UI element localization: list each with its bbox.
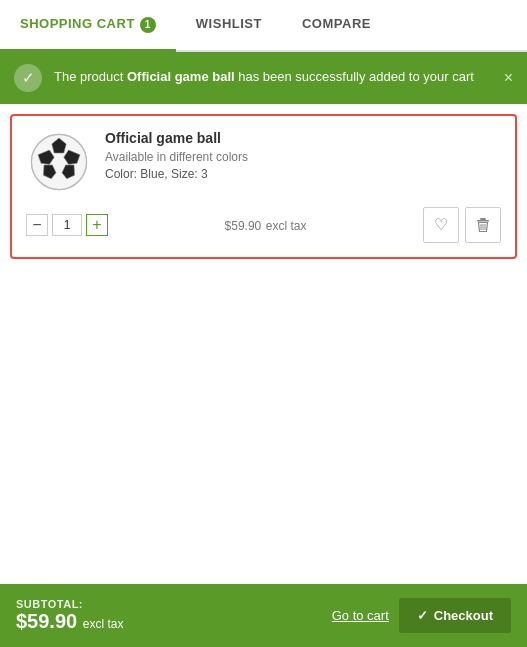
success-banner: ✓ The product Official game ball has bee… [0,52,527,104]
cart-item-bottom: − + $59.90 excl tax ♡ [26,207,501,243]
item-details: Official game ball Available in differen… [105,130,501,181]
checkout-checkmark-icon: ✓ [417,608,428,623]
subtotal-section: SUBTOTAL: $59.90 excl tax [16,598,123,633]
remove-item-button[interactable] [465,207,501,243]
cart-content: Official game ball Available in differen… [0,104,527,585]
checkout-label: Checkout [434,608,493,623]
tab-wishlist-label: WISHLIST [196,16,262,31]
cart-badge: 1 [140,17,156,33]
tab-shopping-cart[interactable]: SHOPPING CART1 [0,0,176,52]
item-actions: ♡ [423,207,501,243]
close-banner-button[interactable]: × [504,69,513,87]
subtotal-price: $59.90 [16,610,77,632]
item-price-amount: $59.90 [225,219,262,233]
add-to-wishlist-button[interactable]: ♡ [423,207,459,243]
tab-shopping-cart-label: SHOPPING CART [20,16,135,31]
cart-footer: SUBTOTAL: $59.90 excl tax Go to cart ✓ C… [0,584,527,647]
tab-wishlist[interactable]: WISHLIST [176,0,282,50]
item-price: $59.90 excl tax [225,216,307,234]
success-icon: ✓ [14,64,42,92]
cart-item-top: Official game ball Available in differen… [26,130,501,195]
product-image [29,132,89,192]
item-subtitle: Available in different colors [105,150,501,164]
cart-item: Official game ball Available in differen… [10,114,517,259]
quantity-increase-button[interactable]: + [86,214,108,236]
go-to-cart-button[interactable]: Go to cart [332,608,389,623]
subtotal-tax: excl tax [83,617,124,631]
trash-icon [475,217,491,233]
banner-product-name: Official game ball [127,69,235,84]
subtotal-label: SUBTOTAL: [16,598,123,610]
checkout-button[interactable]: ✓ Checkout [399,598,511,633]
quantity-input[interactable] [52,214,82,236]
item-options: Color: Blue, Size: 3 [105,167,501,181]
item-price-suffix: excl tax [266,219,307,233]
banner-suffix: has been successfully added to your cart [235,69,474,84]
subtotal-amount: $59.90 excl tax [16,610,123,633]
svg-rect-12 [480,218,486,220]
footer-actions: Go to cart ✓ Checkout [332,598,511,633]
item-image [26,130,91,195]
quantity-controls: − + [26,214,108,236]
banner-prefix: The product [54,69,127,84]
quantity-decrease-button[interactable]: − [26,214,48,236]
banner-message: The product Official game ball has been … [54,68,492,86]
svg-rect-13 [477,220,489,222]
tab-compare[interactable]: COMPARE [282,0,391,50]
tab-bar: SHOPPING CART1 WISHLIST COMPARE [0,0,527,52]
tab-compare-label: COMPARE [302,16,371,31]
item-name: Official game ball [105,130,501,146]
